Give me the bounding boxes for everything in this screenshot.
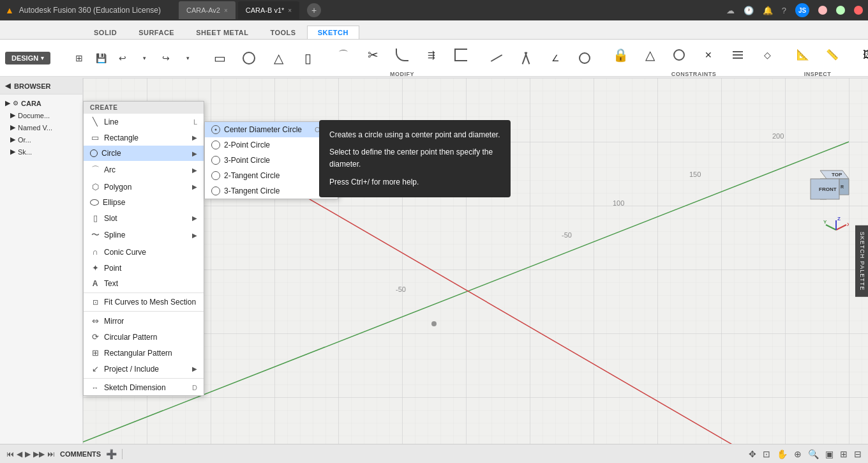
extra-constraint[interactable]: ◇: [753, 39, 781, 71]
offset-tool[interactable]: ⇶: [417, 39, 445, 71]
display-icon[interactable]: ▣: [825, 449, 834, 459]
fit-icon[interactable]: ⊡: [763, 449, 770, 459]
tab-cara-bv1[interactable]: CARA-B v1* ×: [238, 1, 299, 19]
tab-tools[interactable]: TOOLS: [259, 26, 306, 39]
lock-icon: 🔒: [613, 49, 629, 61]
menu-point[interactable]: ✦ Point: [84, 260, 204, 276]
menu-spline[interactable]: 〜 Spline ▶: [84, 226, 204, 244]
sketch-palette-tab[interactable]: SKETCH PALETTE: [855, 225, 868, 296]
triangle-tool[interactable]: △: [264, 42, 292, 74]
help-icon[interactable]: ?: [782, 6, 786, 15]
constraints-tools-group: 🔒 △ ✕ ◇: [606, 39, 781, 71]
menu-conic-label: Conic Curve: [104, 248, 146, 257]
lines-constraint[interactable]: [724, 39, 752, 71]
nav-skip-forward[interactable]: ⏭: [47, 450, 55, 459]
tab-close-1[interactable]: ×: [224, 7, 228, 14]
tab-sketch[interactable]: SKETCH: [307, 26, 359, 39]
inspect-tool1[interactable]: 📐: [789, 39, 817, 71]
submenu-center-diameter[interactable]: Center Diameter Circle C ⋮: [205, 122, 338, 137]
close-button[interactable]: [854, 6, 863, 15]
more-constraint[interactable]: ✕: [694, 39, 722, 71]
circle-tool[interactable]: [235, 42, 263, 74]
view-cube[interactable]: TOP FRONT R X Y Z: [807, 167, 852, 212]
collapse-icon[interactable]: ◀: [5, 82, 10, 90]
browser-item-cara[interactable]: ▶ ⚙ CARA: [0, 97, 82, 109]
submenu-2point-circle[interactable]: 2-Point Circle: [205, 137, 338, 153]
slot-tool[interactable]: ▯: [294, 42, 322, 74]
svg-text:150: 150: [689, 171, 701, 178]
zoom-icon[interactable]: 🔍: [808, 449, 819, 459]
browser-item-sketches[interactable]: ▶ Sk...: [0, 146, 82, 158]
tab-surface[interactable]: SURFACE: [128, 26, 185, 39]
submenu-3tangent-circle[interactable]: 3-Tangent Circle: [205, 183, 338, 199]
cloud-icon[interactable]: ☁: [726, 6, 735, 15]
tab-close-2[interactable]: ×: [288, 7, 292, 14]
menu-circle[interactable]: Circle ▶: [84, 146, 204, 161]
browser-item-origin[interactable]: ▶ Or...: [0, 133, 82, 146]
menu-rectangle[interactable]: ▭ Rectangle ▶: [84, 130, 204, 146]
orbit-icon[interactable]: ⊕: [794, 449, 802, 459]
menu-line[interactable]: ╲ Line L: [84, 114, 204, 130]
pan-icon[interactable]: ✋: [777, 449, 788, 459]
submenu-3point-circle[interactable]: 3-Point Circle: [205, 153, 338, 168]
create-menu-header: CREATE: [84, 102, 204, 114]
circle-constraint[interactable]: [665, 39, 693, 71]
tab-solid[interactable]: SOLID: [83, 26, 128, 39]
browser-item-named-views[interactable]: ▶ Named V...: [0, 121, 82, 133]
tab-sheet-metal[interactable]: SHEET METAL: [185, 26, 259, 39]
2point-circle-icon: [211, 140, 220, 149]
menu-ellipse[interactable]: Ellipse: [84, 195, 204, 210]
browser-item-doc-settings[interactable]: ▶ Docume...: [0, 109, 82, 121]
insert-tool1[interactable]: 🖼: [854, 39, 868, 71]
line-tool[interactable]: [483, 42, 511, 74]
xline-tool[interactable]: [512, 42, 540, 74]
project-tool[interactable]: [447, 39, 475, 71]
tab-cara-av2[interactable]: CARA-Av2 ×: [179, 1, 236, 19]
user-avatar[interactable]: JS: [795, 3, 809, 17]
menu-mirror[interactable]: ⇔ Mirror: [84, 313, 204, 329]
undo-dropdown[interactable]: ▾: [134, 48, 154, 68]
circle2-tool[interactable]: [571, 42, 599, 74]
menu-text[interactable]: A Text: [84, 276, 204, 291]
bell-icon[interactable]: 🔔: [763, 6, 773, 15]
inspect-tool2[interactable]: 📏: [818, 39, 846, 71]
rectangle-tool[interactable]: ▭: [206, 42, 234, 74]
grid-button[interactable]: ⊞: [69, 48, 89, 68]
redo-dropdown[interactable]: ▾: [177, 48, 198, 68]
menu-rectangular-pattern[interactable]: ⊞ Rectangular Pattern: [84, 345, 204, 361]
nav-play[interactable]: ▶: [25, 450, 31, 459]
redo-button[interactable]: ↪: [156, 48, 176, 68]
undo-button[interactable]: ↩: [112, 48, 133, 68]
save-button[interactable]: 💾: [91, 48, 111, 68]
layout-icon[interactable]: ⊟: [854, 449, 862, 459]
angle-tool[interactable]: ∠: [541, 42, 569, 74]
menu-polygon[interactable]: ⬡ Polygon ▶: [84, 179, 204, 195]
nav-next[interactable]: ▶▶: [33, 450, 45, 459]
clock-icon[interactable]: 🕐: [744, 6, 754, 15]
trim-tool[interactable]: ✂: [359, 39, 387, 71]
grid-icon[interactable]: ⊞: [840, 449, 848, 459]
fillet-tool[interactable]: [388, 39, 416, 71]
triangle-constraint[interactable]: △: [636, 39, 664, 71]
menu-arc[interactable]: ⌒ Arc ▶: [84, 161, 204, 179]
menu-project-include[interactable]: ↙ Project / Include ▶: [84, 361, 204, 377]
menu-sketch-dimension[interactable]: ↔ Sketch Dimension D: [84, 380, 204, 395]
lock-constraint[interactable]: 🔒: [606, 39, 634, 71]
menu-slot[interactable]: ▯ Slot ▶: [84, 210, 204, 226]
2tangent-circle-label: 2-Tangent Circle: [224, 171, 280, 180]
menu-conic-curve[interactable]: ∩ Conic Curve: [84, 244, 204, 260]
design-button[interactable]: DESIGN ▾: [5, 52, 50, 65]
add-comment-button[interactable]: ➕: [106, 449, 117, 459]
minimize-button[interactable]: [818, 6, 827, 15]
maximize-button[interactable]: [836, 6, 845, 15]
menu-circular-pattern[interactable]: ⟳ Circular Pattern: [84, 329, 204, 345]
expand-origin-icon: ▶: [10, 135, 15, 144]
arc-tool[interactable]: ⌒: [329, 39, 357, 71]
new-tab-button[interactable]: +: [307, 3, 321, 17]
nav-skip-back[interactable]: ⏮: [6, 450, 14, 459]
nav-prev[interactable]: ◀: [17, 450, 22, 459]
submenu-2tangent-circle[interactable]: 2-Tangent Circle: [205, 168, 338, 183]
conic-menu-icon: ∩: [90, 247, 100, 257]
menu-fit-curves[interactable]: ⊡ Fit Curves to Mesh Section: [84, 294, 204, 310]
move-icon[interactable]: ✥: [749, 449, 756, 459]
